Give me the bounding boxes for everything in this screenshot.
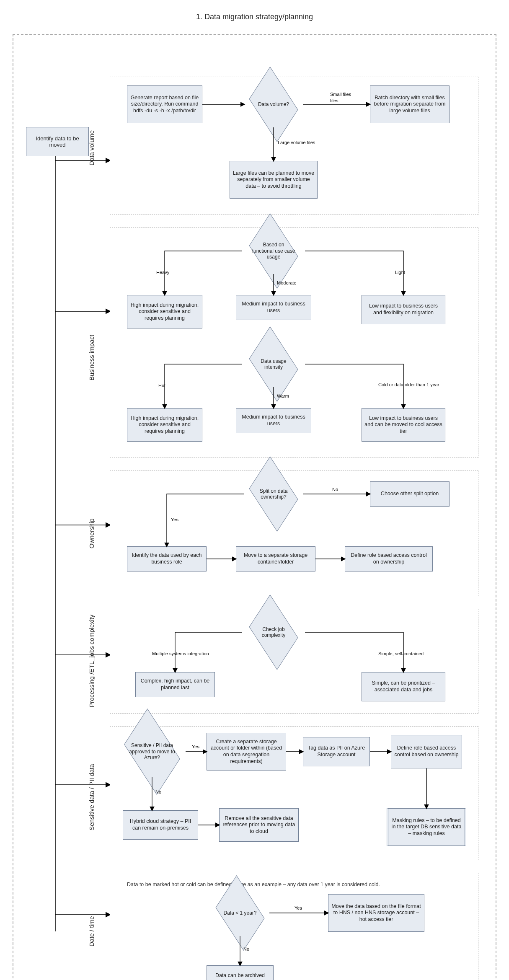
bi-b4: High impact during migration, consider s…: [127, 408, 202, 442]
svg-text:Light: Light: [395, 270, 405, 275]
section-etl: Check job complexity Complex, high impac…: [110, 609, 478, 714]
svg-text:files: files: [330, 98, 338, 103]
pii-s5: Remove all the sensitive data references…: [219, 808, 299, 842]
svg-text:Yes: Yes: [295, 905, 302, 910]
etl-p1: Complex, high impact, can be planned las…: [135, 672, 215, 697]
own-dec: Split on data ownership?: [248, 475, 299, 513]
own-o3: Define role based access control on owne…: [345, 546, 433, 571]
svg-text:Cold or data older than 1 year: Cold or data older than 1 year: [378, 382, 439, 387]
section-pii: Sensitive / PII data approved to move to…: [110, 726, 478, 860]
pii-s1: Create a separate storage account or fol…: [207, 733, 286, 771]
dt-d2: Data can be archived: [207, 965, 274, 980]
etl-p2: Simple, can be prioritized – associated …: [362, 672, 445, 701]
svg-text:Simple, self-contained: Simple, self-contained: [378, 651, 424, 656]
etl-dec: Check job complexity: [248, 613, 299, 651]
start-node: Identify data to be moved: [26, 127, 89, 156]
bi-b1: High impact during migration, consider s…: [127, 295, 202, 328]
svg-text:Multiple systems integration: Multiple systems integration: [152, 651, 209, 656]
section-label-datetime: Date / time: [88, 881, 95, 980]
diagram-outer-frame: Identify data to be moved Data volume Ge…: [13, 34, 496, 980]
svg-text:Yes: Yes: [171, 517, 178, 522]
section-label-ownership: Ownership: [88, 479, 95, 588]
bi-dec2: Data usage intensity: [248, 345, 299, 383]
section-label-pii: Sensitive data / PII data: [88, 734, 95, 860]
pii-s2: Tag data as PII on Azure Storage account: [303, 737, 370, 766]
svg-text:Heavy: Heavy: [156, 270, 170, 275]
pii-dec: Sensitive / PII data approved to move to…: [123, 731, 181, 773]
bi-b3: Low impact to business users and flexibi…: [362, 295, 445, 324]
pii-s3: Define role based access control based o…: [391, 735, 462, 768]
section-bizimpact: Based on functional use case usage High …: [110, 228, 478, 458]
dv-n1: Generate report based on file size/direc…: [127, 85, 202, 123]
page-title: 1. Data migration strategy/planning: [0, 13, 509, 21]
own-o2: Move to a separate storage container/fol…: [236, 546, 315, 571]
section-datavolume: Generate report based on file size/direc…: [110, 77, 478, 215]
section-ownership: Split on data ownership? Choose other sp…: [110, 471, 478, 596]
bi-b5: Medium impact to business users: [236, 408, 311, 433]
section-label-bizimpact: Business impact: [88, 261, 95, 454]
bi-b2: Medium impact to business users: [236, 295, 311, 320]
own-o1: Identify the data used by each business …: [127, 546, 207, 571]
bi-b6: Low impact to business users and can be …: [362, 408, 445, 442]
dt-dec: Data < 1 year?: [215, 894, 265, 932]
dv-edge-small: Small files: [330, 92, 351, 97]
section-label-etl: Processing /ETL_jobs complexity: [88, 613, 95, 709]
dv-n3: Large files can be planned to move separ…: [230, 161, 318, 199]
svg-text:Hot: Hot: [158, 383, 165, 388]
dv-decision: Data volume?: [248, 85, 299, 123]
svg-text:No: No: [332, 487, 338, 492]
section-label-datavolume: Data volume: [88, 93, 95, 202]
dt-d1: Move the data based on the file format t…: [328, 894, 424, 932]
dv-edge-large: Large volume files: [278, 140, 315, 145]
own-o4: Choose other split option: [370, 481, 450, 507]
dv-n2: Batch directory with small files before …: [370, 85, 450, 123]
pii-s6: Masking rules – to be defined in the tar…: [387, 808, 466, 846]
dt-note: Data to be marked hot or cold can be def…: [127, 882, 471, 887]
section-datetime: Data to be marked hot or cold can be def…: [110, 873, 478, 980]
bi-dec1: Based on functional use case usage: [248, 232, 299, 270]
pii-s4: Hybrid cloud strategy – PII can remain o…: [123, 810, 198, 840]
svg-text:Yes: Yes: [192, 744, 199, 749]
